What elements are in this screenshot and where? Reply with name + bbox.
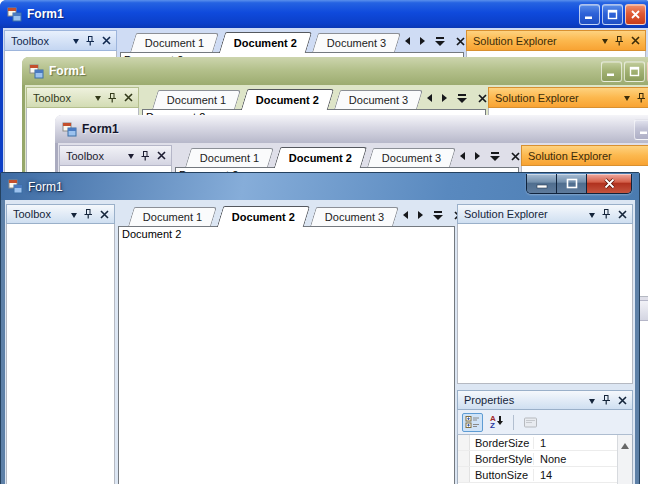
- property-grid: BorderSize 1 BorderStyle None ButtonSize…: [457, 435, 633, 484]
- tab-document-3[interactable]: Document 3: [367, 148, 456, 167]
- pin-icon[interactable]: [139, 150, 151, 162]
- window-list-icon[interactable]: [457, 94, 467, 103]
- close-icon[interactable]: [630, 35, 641, 46]
- solution-explorer-title: Solution Explorer: [464, 208, 589, 220]
- solution-explorer-content: [457, 224, 633, 384]
- scroll-up-icon[interactable]: [621, 439, 629, 449]
- scroll-tabs-left-icon[interactable]: [427, 94, 432, 102]
- close-document-icon[interactable]: [455, 36, 466, 47]
- tab-document-1[interactable]: Document 1: [152, 90, 241, 109]
- property-row: BorderStyle None: [458, 451, 632, 467]
- close-button[interactable]: [625, 4, 646, 25]
- property-grid-scrollbar[interactable]: [617, 435, 632, 484]
- close-icon[interactable]: [617, 395, 628, 406]
- property-row: BorderSize 1: [458, 435, 632, 451]
- chevron-down-icon[interactable]: [589, 213, 595, 221]
- scroll-tabs-right-icon[interactable]: [475, 152, 480, 160]
- window-title: Form1: [49, 64, 86, 78]
- window-title: Form1: [27, 7, 64, 21]
- solution-explorer-panel: Solution Explorer: [457, 204, 633, 384]
- scroll-tabs-right-icon[interactable]: [418, 211, 423, 219]
- toolbox-panel: Toolbox: [6, 204, 115, 484]
- scroll-tabs-left-icon[interactable]: [460, 152, 465, 160]
- solution-explorer-title: Solution Explorer: [473, 35, 602, 47]
- document-content: Document 2: [118, 226, 455, 484]
- toolbar-separator: [513, 415, 514, 430]
- tab-document-3[interactable]: Document 3: [310, 207, 399, 226]
- scroll-tabs-right-icon[interactable]: [420, 37, 425, 45]
- categorized-view-button[interactable]: [462, 413, 483, 432]
- close-document-icon[interactable]: [477, 93, 488, 104]
- tab-document-1[interactable]: Document 1: [128, 207, 217, 226]
- window-list-icon[interactable]: [433, 211, 443, 220]
- toolbox-title: Toolbox: [13, 208, 71, 220]
- properties-toolbar: AZ: [457, 410, 633, 435]
- document-tabstrip: Document 1 Document 2 Document 3: [118, 204, 455, 226]
- properties-panel: Properties AZ: [457, 390, 633, 484]
- maximize-button[interactable]: [557, 174, 587, 193]
- minimize-button[interactable]: [634, 119, 648, 140]
- chevron-down-icon[interactable]: [602, 39, 608, 47]
- scroll-tabs-left-icon[interactable]: [405, 37, 410, 45]
- toolbox-title: Toolbox: [33, 92, 95, 104]
- scroll-tabs-right-icon[interactable]: [442, 94, 447, 102]
- chevron-down-icon[interactable]: [71, 213, 77, 221]
- window-list-icon[interactable]: [435, 37, 445, 46]
- property-name: BorderSize: [470, 437, 534, 449]
- chevron-down-icon[interactable]: [128, 154, 134, 162]
- alphabetical-sort-button[interactable]: AZ: [486, 413, 507, 432]
- close-icon[interactable]: [101, 35, 112, 46]
- maximize-button[interactable]: [602, 4, 623, 25]
- titlebar[interactable]: Form1: [0, 0, 648, 28]
- form-app-icon: [62, 122, 77, 137]
- minimize-button[interactable]: [579, 4, 600, 25]
- window-form1-win7: Form1 Toolbox: [0, 172, 640, 484]
- toolbox-title: Toolbox: [66, 150, 128, 162]
- pin-icon[interactable]: [600, 394, 612, 406]
- maximize-button[interactable]: [624, 61, 645, 82]
- tab-document-2[interactable]: Document 2: [274, 147, 367, 168]
- titlebar[interactable]: Form1: [22, 57, 648, 85]
- property-name: BorderStyle: [470, 453, 534, 465]
- tab-document-1[interactable]: Document 1: [185, 148, 274, 167]
- document-tabstrip: Document 1 Document 2 Document 3: [142, 87, 486, 109]
- tab-document-1[interactable]: Document 1: [130, 33, 219, 52]
- pin-icon[interactable]: [600, 208, 612, 220]
- chevron-down-icon[interactable]: [589, 399, 595, 407]
- pin-icon[interactable]: [84, 35, 96, 47]
- toolbox-content: [6, 224, 115, 484]
- chevron-down-icon[interactable]: [73, 39, 79, 47]
- window-list-icon[interactable]: [490, 152, 500, 161]
- titlebar[interactable]: Form1: [55, 115, 648, 143]
- window-title: Form1: [82, 122, 119, 136]
- tab-document-3[interactable]: Document 3: [312, 33, 401, 52]
- chevron-down-icon[interactable]: [95, 96, 101, 104]
- close-icon[interactable]: [617, 209, 628, 220]
- minimize-button[interactable]: [527, 174, 557, 193]
- pin-icon[interactable]: [82, 208, 94, 220]
- close-document-icon[interactable]: [510, 151, 521, 162]
- document-tabstrip: Document 1 Document 2 Document 3: [175, 145, 519, 167]
- tab-document-2[interactable]: Document 2: [241, 89, 334, 110]
- close-button[interactable]: [587, 174, 631, 193]
- close-icon[interactable]: [123, 92, 134, 103]
- pin-icon[interactable]: [106, 92, 118, 104]
- document-area: Document 1 Document 2 Document 3 Documen…: [118, 204, 455, 484]
- chevron-down-icon[interactable]: [624, 96, 630, 104]
- scroll-tabs-left-icon[interactable]: [403, 211, 408, 219]
- pin-icon[interactable]: [635, 92, 647, 104]
- property-pages-button[interactable]: [520, 413, 541, 432]
- tab-document-2[interactable]: Document 2: [217, 206, 310, 227]
- titlebar[interactable]: Form1: [1, 173, 639, 200]
- minimize-button[interactable]: [601, 61, 622, 82]
- close-icon[interactable]: [99, 209, 110, 220]
- solution-explorer-title: Solution Explorer: [495, 92, 624, 104]
- window-client-area: Toolbox Document 1 Document 2 Document 3: [5, 200, 635, 484]
- solution-explorer-title: Solution Explorer: [528, 150, 648, 162]
- desktop-screenshot: Form1 Toolbox: [0, 0, 648, 484]
- tab-document-2[interactable]: Document 2: [219, 32, 312, 53]
- tab-document-3[interactable]: Document 3: [334, 90, 423, 109]
- close-icon[interactable]: [156, 150, 167, 161]
- pin-icon[interactable]: [613, 35, 625, 47]
- form-app-icon: [7, 7, 22, 22]
